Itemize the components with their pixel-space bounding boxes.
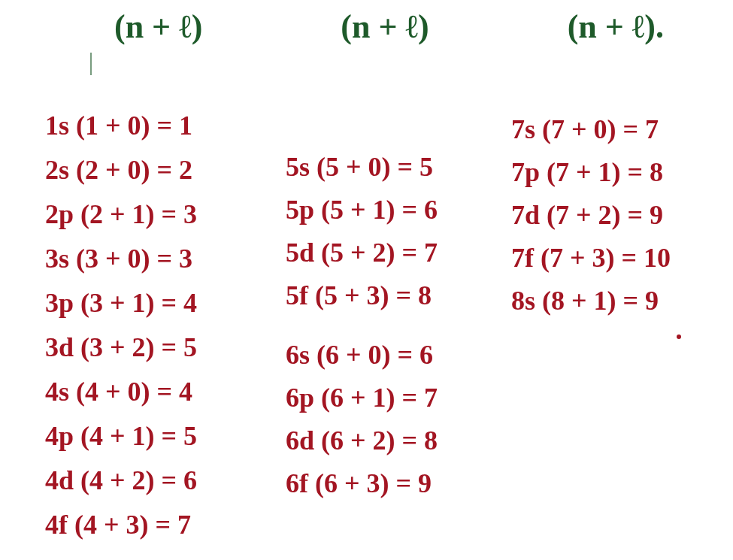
- orbital-line: 3p (3 + 1) = 4: [45, 286, 197, 320]
- orbital-line: 7d (7 + 2) = 9: [511, 198, 671, 232]
- orbital-line: 5d (5 + 2) = 7: [286, 236, 438, 270]
- orbital-line: 7s (7 + 0) = 7: [511, 113, 671, 147]
- orbital-line: 8s (8 + 1) = 9: [511, 284, 671, 318]
- orbital-line: 3d (3 + 2) = 5: [45, 331, 197, 365]
- orbital-line: 7f (7 + 3) = 10: [511, 241, 671, 275]
- column-2: 5s (5 + 0) = 5 5p (5 + 1) = 6 5d (5 + 2)…: [286, 150, 438, 501]
- orbital-line: 6p (6 + 1) = 7: [286, 381, 438, 415]
- orbital-line: 5f (5 + 3) = 8: [286, 279, 438, 313]
- orbital-line: 4s (4 + 0) = 4: [45, 375, 197, 409]
- orbital-line: 7p (7 + 1) = 8: [511, 156, 671, 189]
- column-3: 7s (7 + 0) = 7 7p (7 + 1) = 8 7d (7 + 2)…: [511, 113, 671, 318]
- orbital-line: 5s (5 + 0) = 5: [286, 150, 438, 184]
- header-3: (n + ℓ).: [568, 8, 664, 46]
- orbital-line: 6s (6 + 0) = 6: [286, 338, 438, 372]
- orbital-line: 1s (1 + 0) = 1: [45, 109, 197, 143]
- header-row: (n + ℓ) (n + ℓ) (n + ℓ).: [0, 8, 733, 46]
- header-1: (n + ℓ): [114, 8, 202, 46]
- orbital-line: 4f (4 + 3) = 7: [45, 508, 197, 542]
- stray-dot: [677, 334, 681, 339]
- spacer: [286, 322, 438, 329]
- page: (n + ℓ) (n + ℓ) (n + ℓ). 1s (1 + 0) = 1 …: [0, 0, 733, 560]
- orbital-line: 2p (2 + 1) = 3: [45, 198, 197, 232]
- orbital-line: 6f (6 + 3) = 9: [286, 467, 438, 501]
- orbital-line: 2s (2 + 0) = 2: [45, 153, 197, 187]
- orbital-line: 5p (5 + 1) = 6: [286, 193, 438, 227]
- stray-mark: [90, 53, 92, 75]
- header-2: (n + ℓ): [341, 8, 429, 46]
- orbital-line: 4p (4 + 1) = 5: [45, 419, 197, 453]
- orbital-line: 6d (6 + 2) = 8: [286, 424, 438, 458]
- column-1: 1s (1 + 0) = 1 2s (2 + 0) = 2 2p (2 + 1)…: [45, 109, 197, 542]
- orbital-line: 3s (3 + 0) = 3: [45, 242, 197, 276]
- orbital-line: 4d (4 + 2) = 6: [45, 464, 197, 498]
